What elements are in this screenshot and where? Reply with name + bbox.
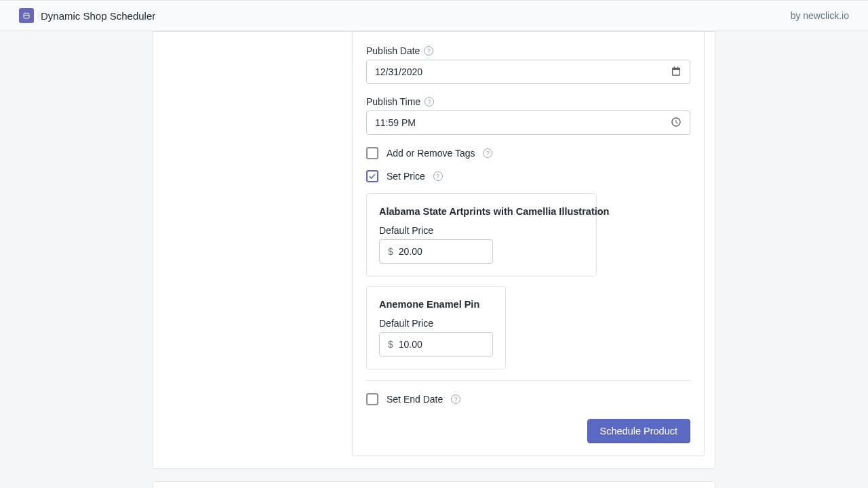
currency-symbol: $: [388, 339, 393, 350]
default-price-label: Default Price: [379, 225, 584, 236]
publish-time-input-wrap[interactable]: [366, 110, 690, 135]
product-title: Anemone Enamel Pin: [379, 299, 493, 310]
publish-time-label-row: Publish Time ?: [366, 96, 690, 107]
publish-date-input[interactable]: [375, 66, 682, 77]
tags-checkbox[interactable]: [366, 147, 378, 159]
set-price-checkbox-label: Set Price: [387, 171, 425, 182]
set-price-checkbox[interactable]: [366, 170, 378, 182]
button-row: Schedule Product: [366, 419, 690, 443]
help-icon[interactable]: ?: [425, 97, 434, 106]
view-scheduled-card[interactable]: View Scheduled Products View, edit and d…: [153, 481, 715, 488]
tags-checkbox-row: Add or Remove Tags ?: [366, 147, 690, 159]
publish-date-input-wrap[interactable]: [366, 60, 690, 84]
by-label: by newclick.io: [791, 10, 849, 21]
price-input-wrap[interactable]: $: [379, 239, 493, 264]
app-title: Dynamic Shop Scheduler: [41, 10, 155, 22]
svg-rect-0: [24, 14, 29, 18]
page: Publish Date ? Publish Time ?: [0, 31, 868, 488]
scheduler-card: Publish Date ? Publish Time ?: [153, 31, 715, 469]
topbar: Dynamic Shop Scheduler by newclick.io: [0, 0, 868, 31]
publish-time-field: Publish Time ?: [366, 96, 690, 135]
divider: [366, 380, 690, 381]
currency-symbol: $: [388, 246, 393, 257]
help-icon[interactable]: ?: [451, 394, 460, 404]
default-price-label: Default Price: [379, 318, 493, 329]
price-input[interactable]: [399, 246, 484, 257]
publish-time-input[interactable]: [375, 117, 682, 128]
price-input-wrap[interactable]: $: [379, 332, 493, 357]
product-card: Anemone Enamel Pin Default Price $: [366, 286, 506, 369]
product-title: Alabama State Artprints with Camellia Il…: [379, 206, 584, 217]
tags-checkbox-label: Add or Remove Tags: [387, 148, 475, 159]
publish-time-label: Publish Time: [366, 96, 420, 107]
set-end-date-label: Set End Date: [387, 394, 443, 405]
help-icon[interactable]: ?: [483, 148, 492, 158]
schedule-product-button[interactable]: Schedule Product: [587, 419, 690, 443]
set-end-date-row: Set End Date ?: [366, 393, 690, 405]
publish-date-label-row: Publish Date ?: [366, 45, 690, 56]
set-price-checkbox-row: Set Price ?: [366, 170, 690, 182]
calendar-icon[interactable]: [671, 66, 682, 79]
topbar-left: Dynamic Shop Scheduler: [19, 8, 155, 23]
set-end-date-checkbox[interactable]: [366, 393, 378, 405]
price-input[interactable]: [399, 339, 484, 350]
scheduler-form: Publish Date ? Publish Time ?: [352, 32, 705, 456]
help-icon[interactable]: ?: [424, 46, 433, 56]
publish-date-field: Publish Date ?: [366, 45, 690, 84]
help-icon[interactable]: ?: [433, 171, 443, 181]
product-card: Alabama State Artprints with Camellia Il…: [366, 193, 597, 277]
clock-icon[interactable]: [671, 117, 682, 129]
publish-date-label: Publish Date: [366, 45, 420, 56]
app-icon: [19, 8, 34, 23]
